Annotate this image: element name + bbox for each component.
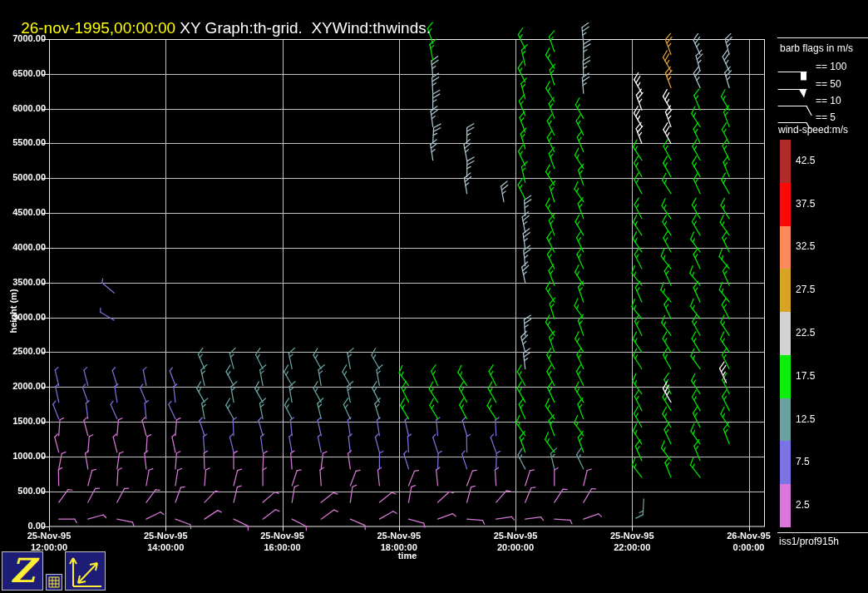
colorbar-value-label: 32.5 — [796, 240, 815, 252]
colorbar-value-label: 42.5 — [796, 155, 815, 166]
x-tick-label: 25-Nov-9516:00:00 — [241, 530, 324, 553]
x-tick-date: 25-Nov-95 — [124, 530, 207, 541]
legend-top-rule — [777, 37, 868, 38]
legend-bottom-rule — [777, 532, 868, 533]
y-tick-label: 7000.00 — [0, 33, 46, 43]
y-tick-label: 4500.00 — [0, 207, 46, 217]
y-tick-label: 5000.00 — [0, 172, 46, 182]
colorbar-value-label: 2.5 — [796, 499, 810, 511]
grid-tool-button[interactable] — [46, 574, 62, 591]
y-tick-label: 2500.00 — [0, 346, 46, 356]
xy-graph-window: 26-nov-1995,00:00:00 XY Graph:th-grid. X… — [0, 0, 868, 593]
y-tick-label: 6000.00 — [0, 103, 46, 113]
y-tick-label: 6500.00 — [0, 68, 46, 78]
xy-plot-icon — [66, 552, 105, 590]
x-tick-time: 22:00:00 — [590, 541, 673, 553]
colorbar-value-label: 27.5 — [796, 284, 815, 295]
flag-legend-label: == 50 — [816, 78, 841, 90]
x-axis-title: time — [366, 551, 449, 561]
flag-legend-label: == 10 — [816, 95, 841, 106]
y-tick-label: 2000.00 — [0, 381, 46, 391]
title-bar: 26-nov-1995,00:00:00 XY Graph:th-grid. X… — [3, 1, 431, 56]
zebra-logo-button[interactable]: Z — [2, 551, 43, 591]
colorbar-value-label: 7.5 — [796, 456, 810, 467]
colorbar-value-label: 22.5 — [796, 327, 815, 339]
xy-plot-tool-button[interactable] — [65, 551, 106, 591]
colorbar-segment — [780, 140, 791, 183]
colorbar-segment — [780, 269, 791, 312]
y-tick-label: 1500.00 — [0, 416, 46, 426]
x-tick-date: 25-Nov-95 — [241, 530, 324, 541]
colorbar-value-label: 12.5 — [796, 413, 815, 425]
colorbar-value-label: 17.5 — [796, 370, 815, 382]
y-tick-label: 3000.00 — [0, 312, 46, 322]
barb-flag-legend-title: barb flags in m/s — [780, 42, 853, 54]
x-tick-label: 25-Nov-9520:00:00 — [474, 530, 557, 553]
y-tick-label: 500.00 — [0, 486, 46, 496]
station-label: iss1/prof915h — [779, 536, 839, 547]
zebra-z-icon: Z — [2, 552, 42, 590]
x-tick-time: 0:00:00 — [708, 541, 791, 553]
y-axis-title: height (m) — [8, 261, 18, 361]
x-tick-date: 25-Nov-95 — [358, 530, 441, 541]
grid-icon — [47, 575, 62, 590]
x-tick-label: 26-Nov-950:00:00 — [708, 530, 791, 553]
x-tick-label: 25-Nov-9512:00:00 — [7, 530, 91, 553]
x-tick-date: 25-Nov-95 — [590, 530, 673, 541]
colorbar-title: wind-speed:m/s — [778, 124, 848, 136]
x-tick-date: 25-Nov-95 — [7, 530, 91, 541]
colorbar-segment — [780, 441, 791, 484]
y-tick-label: 4000.00 — [0, 242, 46, 252]
x-tick-time: 14:00:00 — [124, 541, 207, 553]
y-tick-label: 1000.00 — [0, 451, 46, 461]
x-tick-time: 16:00:00 — [241, 541, 324, 553]
flag-legend-label: == 5 — [816, 111, 836, 123]
x-tick-label: 25-Nov-9518:00:00 — [358, 530, 441, 553]
x-tick-label: 25-Nov-9522:00:00 — [590, 530, 673, 553]
colorbar-segment — [780, 183, 791, 226]
svg-text:Z: Z — [10, 552, 39, 590]
x-tick-label: 25-Nov-9514:00:00 — [124, 530, 207, 553]
x-tick-date: 25-Nov-95 — [474, 530, 557, 541]
colorbar-segment — [780, 398, 791, 442]
colorbar-value-label: 37.5 — [796, 198, 815, 210]
colorbar-segment — [780, 226, 791, 269]
y-tick-label: 0.00 — [0, 521, 46, 531]
y-tick-label: 3500.00 — [0, 277, 46, 287]
x-tick-time: 20:00:00 — [474, 541, 557, 553]
wind-barb-plot — [0, 0, 868, 593]
flag-legend-label: == 100 — [816, 61, 846, 72]
y-tick-label: 5500.00 — [0, 137, 46, 147]
page-title: XY Graph:th-grid. XYWind:thwinds. — [175, 19, 431, 37]
colorbar-segment — [780, 312, 791, 355]
colorbar-segment — [780, 355, 791, 398]
colorbar-segment — [780, 484, 791, 527]
